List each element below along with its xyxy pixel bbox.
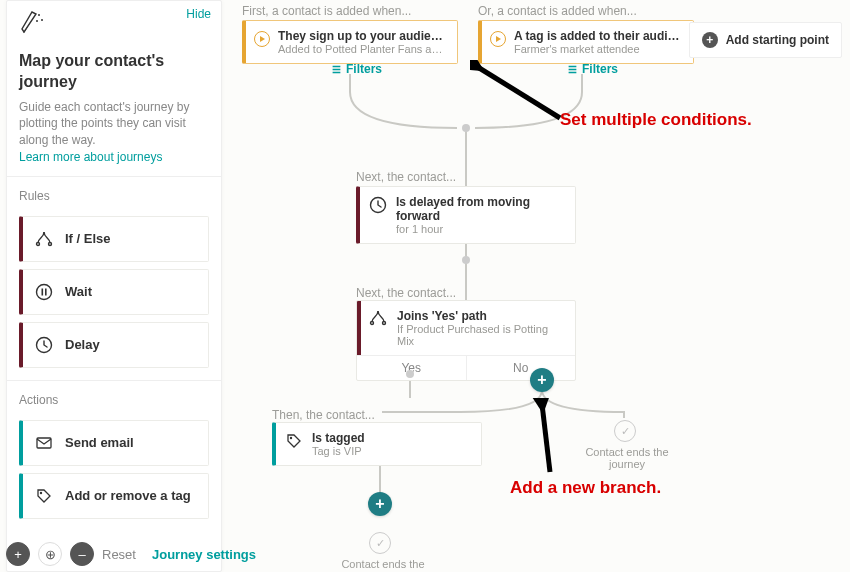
node-title: Joins 'Yes' path — [397, 309, 565, 323]
sidebar-description: Guide each contact's journey by plotting… — [19, 99, 209, 149]
divider — [7, 380, 221, 381]
clock-icon — [33, 336, 55, 354]
trigger-subtitle: Added to Potted Planter Fans and Custo..… — [278, 43, 447, 55]
node-subtitle: Tag is VIP — [312, 445, 471, 457]
add-step-plus-button[interactable]: + — [368, 492, 392, 516]
node-title: Is delayed from moving forward — [396, 195, 565, 223]
svg-rect-6 — [42, 288, 44, 295]
annotation-text: Set multiple conditions. — [560, 110, 752, 130]
add-branch-plus-button[interactable]: + — [530, 368, 554, 392]
node-title: Is tagged — [312, 431, 471, 445]
rule-label: Wait — [65, 284, 92, 299]
action-send-email[interactable]: Send email — [19, 420, 209, 466]
pause-icon — [33, 283, 55, 301]
node-is-tagged[interactable]: Is tagged Tag is VIP — [272, 422, 482, 466]
action-add-remove-tag[interactable]: Add or remove a tag — [19, 473, 209, 519]
node-subtitle: If Product Purchased is Potting Mix — [397, 323, 565, 347]
play-icon — [254, 31, 270, 47]
plus-icon: + — [14, 547, 22, 562]
filters-link[interactable]: Filters — [332, 62, 382, 76]
actions-heading: Actions — [19, 389, 209, 413]
end-label: Contact ends the journey — [572, 446, 682, 470]
journey-end-icon: ✓ — [369, 532, 391, 554]
merge-dot-icon — [462, 124, 470, 132]
divider — [7, 176, 221, 177]
rule-wait[interactable]: Wait — [19, 269, 209, 315]
svg-point-1 — [41, 19, 43, 21]
zoom-out-button[interactable]: + — [6, 542, 30, 566]
trigger-subtitle: Farmer's market attendee — [514, 43, 683, 55]
hide-panel-link[interactable]: Hide — [186, 7, 211, 21]
action-label: Send email — [65, 435, 134, 450]
trigger-card-signup[interactable]: They sign up to your audience Added to P… — [242, 20, 458, 64]
rules-heading: Rules — [19, 185, 209, 209]
zoom-minus-button[interactable]: – — [70, 542, 94, 566]
pencil-crayon-icon — [19, 9, 47, 37]
reset-zoom[interactable]: Reset — [102, 547, 136, 562]
node-delay[interactable]: Is delayed from moving forward for 1 hou… — [356, 186, 576, 244]
svg-point-13 — [383, 322, 386, 325]
hint-text: Next, the contact... — [356, 286, 456, 300]
svg-point-2 — [36, 20, 38, 22]
rule-label: If / Else — [65, 231, 111, 246]
annotation-arrow-icon — [470, 60, 570, 130]
branch-icon — [369, 309, 387, 327]
hint-text: Next, the contact... — [356, 170, 456, 184]
button-label: Add starting point — [726, 33, 829, 47]
node-subtitle: for 1 hour — [396, 223, 565, 235]
path-dot-icon — [406, 370, 414, 378]
svg-point-4 — [49, 242, 52, 245]
filters-link[interactable]: Filters — [568, 62, 618, 76]
trigger-title: A tag is added to their audience data — [514, 29, 683, 43]
play-icon — [490, 31, 506, 47]
annotation-text: Add a new branch. — [510, 478, 661, 498]
zoom-search-button[interactable]: ⊕ — [38, 542, 62, 566]
sidebar: Hide Map your contact's journey Guide ea… — [6, 0, 222, 572]
annotation-arrow-icon — [520, 398, 570, 478]
learn-more-link[interactable]: Learn more about journeys — [19, 150, 162, 164]
clock-icon — [368, 195, 388, 215]
rule-if-else[interactable]: If / Else — [19, 216, 209, 262]
svg-point-12 — [371, 322, 374, 325]
if-no-button[interactable]: No — [466, 356, 576, 380]
hint-text: Then, the contact... — [272, 408, 375, 422]
rule-label: Delay — [65, 337, 100, 352]
plus-circle-icon: + — [702, 32, 718, 48]
svg-rect-7 — [45, 288, 47, 295]
hint-text: First, a contact is added when... — [242, 4, 411, 18]
journey-canvas[interactable]: First, a contact is added when... Or, a … — [232, 0, 850, 572]
hint-text: Or, a contact is added when... — [478, 4, 637, 18]
zoom-toolbar: + ⊕ – Reset Journey settings — [6, 542, 256, 566]
svg-point-0 — [38, 14, 40, 16]
svg-point-14 — [290, 437, 292, 439]
svg-point-5 — [37, 284, 52, 299]
trigger-card-tag[interactable]: A tag is added to their audience data Fa… — [478, 20, 694, 64]
add-starting-point-button[interactable]: + Add starting point — [689, 22, 842, 58]
trigger-title: They sign up to your audience — [278, 29, 447, 43]
tag-icon — [33, 487, 55, 505]
branch-icon — [33, 230, 55, 248]
svg-line-16 — [542, 404, 550, 472]
magnifier-icon: ⊕ — [45, 547, 56, 562]
action-label: Add or remove a tag — [65, 488, 191, 503]
minus-icon: – — [78, 547, 85, 562]
end-label: Contact ends the journey — [328, 558, 438, 572]
svg-point-3 — [37, 242, 40, 245]
rule-delay[interactable]: Delay — [19, 322, 209, 368]
tag-icon — [284, 431, 304, 451]
envelope-icon — [33, 434, 55, 452]
svg-line-15 — [476, 66, 560, 118]
svg-point-10 — [40, 492, 42, 494]
sidebar-title: Map your contact's journey — [19, 51, 209, 93]
journey-end-icon: ✓ — [614, 420, 636, 442]
svg-rect-9 — [37, 438, 51, 448]
path-dot-icon — [462, 256, 470, 264]
